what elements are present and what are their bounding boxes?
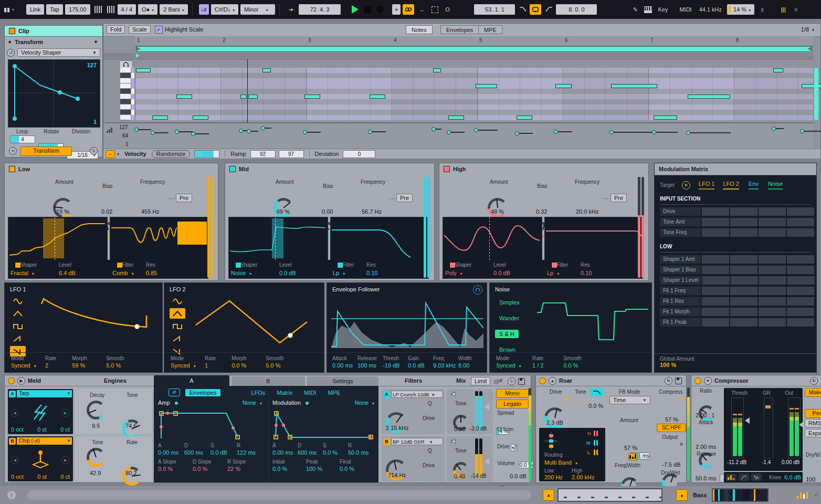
view-collapsed-icon[interactable]	[726, 474, 736, 481]
matrix-cell[interactable]	[702, 218, 729, 226]
matrix-cell[interactable]	[730, 207, 757, 216]
device-overview-toggle[interactable]: ▲	[676, 489, 688, 501]
clip-tab[interactable]: Clip	[5, 26, 102, 37]
matrix-cell[interactable]	[787, 276, 815, 285]
view-transfer-curve-icon[interactable]	[739, 474, 749, 481]
legato-button[interactable]: Legato	[496, 400, 529, 408]
matrix-cell[interactable]	[702, 266, 729, 274]
level-value[interactable]: 6.4 dB	[59, 270, 76, 276]
metronome-pattern-icon[interactable]	[106, 5, 115, 14]
matrix-cell[interactable]	[730, 228, 757, 237]
pre-button[interactable]: Pre	[396, 194, 413, 202]
matrix-cell[interactable]	[730, 308, 757, 316]
out-handle[interactable]	[799, 422, 804, 428]
filter-b-chip[interactable]: B	[383, 438, 390, 445]
matrix-cell[interactable]	[759, 318, 786, 327]
velocity-marker[interactable]	[517, 133, 533, 134]
compressor-fold-icon[interactable]: ▼	[704, 377, 712, 385]
back-to-arrangement-icon[interactable]: ←	[417, 5, 427, 14]
matrix-cell[interactable]	[787, 207, 814, 216]
mix-b-level-handle[interactable]	[485, 458, 489, 465]
loop-switch[interactable]	[530, 4, 541, 15]
subtab-mpe[interactable]: MPE	[328, 390, 340, 396]
scale-fold-button[interactable]: Scale	[129, 25, 151, 34]
info-icon[interactable]: i	[7, 491, 16, 499]
midi-note[interactable]	[262, 68, 270, 72]
piano-key[interactable]	[120, 73, 131, 78]
noise-smooth-value[interactable]: 0.0 %	[563, 362, 578, 369]
subtab-matrix[interactable]: Matrix	[277, 390, 292, 396]
shaper-mode-select[interactable]: Poly ▾	[445, 270, 462, 276]
subtab-lfos[interactable]: LFOs	[251, 390, 265, 396]
engine-a-next-icon[interactable]: ▸	[61, 409, 69, 417]
env-follower-param[interactable]: Gain0.0 dB	[408, 355, 433, 369]
engine-a-ct[interactable]: 0 ct	[60, 426, 70, 433]
midi-note[interactable]	[476, 84, 497, 88]
piano-key[interactable]	[120, 83, 131, 89]
noise-mode-select[interactable]: Synced ▾	[496, 362, 521, 369]
mix-a-tone-value[interactable]: 0.00	[454, 426, 465, 432]
midi-map-button[interactable]: MIDI	[679, 6, 691, 13]
level-value[interactable]: 0.0 dB	[279, 270, 296, 276]
engine-b-tone-knob[interactable]	[87, 448, 106, 467]
fold-button[interactable]: Fold	[107, 25, 125, 34]
ramp-start-field[interactable]: 92	[250, 150, 276, 158]
engine-a-decay-knob[interactable]	[87, 401, 106, 419]
beat-time-ruler[interactable]: 12345678	[135, 36, 813, 46]
fb-amount-value[interactable]: 57 %	[624, 445, 637, 451]
transform-refresh-icon[interactable]: ↺	[7, 49, 15, 57]
env-follower-param[interactable]: Thresh-19 dB	[383, 355, 408, 369]
piano-key[interactable]	[120, 110, 131, 115]
res-value[interactable]: 0.85	[146, 270, 157, 276]
env-follower-param[interactable]: Freq9.03 kHz	[433, 355, 458, 369]
roar-save-icon[interactable]	[675, 377, 682, 384]
adsr-param[interactable]: R50.0 ms	[348, 443, 373, 456]
mod-env-display[interactable]	[272, 408, 374, 440]
fb-mode-select[interactable]: Time▼	[609, 396, 650, 404]
release-value[interactable]: 50.0 ms	[696, 475, 716, 481]
overdub-button[interactable]	[403, 4, 414, 15]
engine-b-st[interactable]: 0 st	[37, 474, 47, 480]
pre-button[interactable]: Pre	[176, 194, 192, 202]
matrix-cell[interactable]	[730, 297, 757, 306]
engine-b-oct[interactable]: 0 oct	[11, 474, 24, 480]
piano-key[interactable]	[120, 68, 131, 73]
envelope-follower-display[interactable]	[331, 297, 483, 349]
drag-handle-icon[interactable]: ▮▮▾	[4, 5, 14, 14]
lane-add-button[interactable]: ←	[106, 150, 115, 158]
matrix-cell[interactable]	[730, 255, 757, 264]
engine-b-osc-select[interactable]: Chip (♭♯)▼	[17, 437, 72, 445]
meld-preview-icon[interactable]: ▶	[17, 377, 25, 385]
punch-in-icon[interactable]	[518, 5, 528, 14]
quantize-menu[interactable]: O●▾	[138, 4, 157, 15]
midi-note[interactable]	[152, 116, 168, 120]
view-activity-icon[interactable]	[751, 474, 762, 481]
roar-unfold-icon[interactable]: ▲	[549, 377, 556, 385]
engine-a-decay-value[interactable]: 9.5	[92, 423, 100, 429]
midi-note[interactable]	[370, 94, 385, 99]
matrix-cell[interactable]	[759, 276, 786, 285]
out-value[interactable]: 0.00 dB	[782, 459, 799, 465]
lfo2-smooth-value[interactable]: 5.0 %	[266, 362, 280, 369]
midi-note[interactable]	[304, 94, 320, 99]
matrix-cell[interactable]	[759, 266, 786, 274]
adsr-param[interactable]: A Slope0.0 %	[158, 459, 193, 472]
filter-a-type-select[interactable]: LP Crunch 12dB ▼	[391, 391, 443, 398]
bias-value[interactable]: 0.02	[101, 208, 112, 215]
engine-a-st[interactable]: 0 st	[37, 426, 47, 433]
lfo1-rate-value[interactable]: 2	[45, 362, 48, 369]
shaper-display[interactable]	[8, 217, 108, 261]
frequency-value[interactable]: 455 Hz	[141, 208, 160, 215]
velocity-marker[interactable]	[136, 129, 151, 130]
midi-note[interactable]	[448, 116, 464, 120]
lfo-wave-tri-icon[interactable]	[10, 308, 26, 319]
res-value[interactable]: 0.10	[581, 270, 592, 276]
amount-value[interactable]: 69 %	[277, 208, 290, 215]
matrix-cell[interactable]	[730, 218, 757, 226]
meld-activator[interactable]	[8, 377, 15, 384]
ramp-end-field[interactable]: 97	[279, 150, 304, 158]
midi-note[interactable]	[773, 68, 783, 72]
matrix-cell[interactable]	[702, 276, 730, 285]
pre-button[interactable]: Pre	[611, 194, 627, 202]
subtab-midi[interactable]: MIDI	[304, 390, 316, 396]
